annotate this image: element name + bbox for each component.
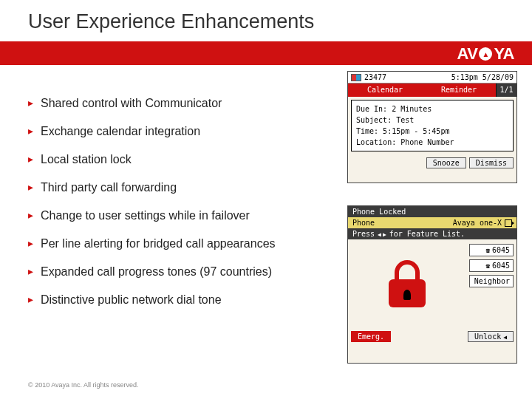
network-icon [351,74,361,81]
list-item: Local station lock [28,152,324,167]
line-button[interactable]: 6045 [469,259,514,272]
line-label: Neighbor [474,277,510,285]
appbar-right: Avaya one-X [453,219,502,227]
phone-calendar-screenshot: 23477 5:13pm 5/28/09 Calendar Reminder 1… [347,71,517,183]
dismiss-button[interactable]: Dismiss [469,157,514,168]
slide: User Experience Enhancements AV YA Share… [0,0,532,399]
avaya-logo: AV YA [457,44,514,64]
softkey-row: Emerg. Unlock [348,328,516,345]
logo-text-left: AV [457,44,478,64]
unlock-label: Unlock [474,332,501,341]
list-item: Distinctive public network dial tone [28,293,324,307]
phone-icon [485,262,489,270]
list-item-text: Change to user settings while in failove… [41,208,250,223]
snooze-button[interactable]: Snooze [426,157,466,168]
list-item-text: Per line alerting for bridged call appea… [41,236,276,251]
logo-text-right: YA [494,44,514,64]
softkey-row: Snooze Dismiss [348,154,516,171]
reminder-subject: Subject: Test [356,115,508,126]
list-item: Shared control with Communicator [28,96,324,111]
feature-hint: Press for Feature List. [348,228,516,239]
reminder-due: Due In: 2 Minutes [356,103,508,115]
list-item-text: Expanded call progress tones (97 countri… [41,265,272,279]
list-item-text: Third party call forwarding [41,180,177,195]
list-item: Expanded call progress tones (97 countri… [28,265,324,279]
list-item: Change to user settings while in failove… [28,208,324,223]
status-bar: 23477 5:13pm 5/28/09 [348,72,516,83]
extension-number: 23477 [364,73,386,81]
left-right-arrow-icon [378,230,386,238]
lock-body: 6045 6045 Neighbor [348,239,516,328]
logo-red-triangle-icon [479,47,492,61]
phone-icon [485,246,489,254]
page-title: User Experience Enhancements [28,10,314,33]
line-label: 6045 [492,262,510,270]
padlock-icon [387,260,427,307]
list-item-text: Exchange calendar integration [41,124,200,139]
tab-calendar[interactable]: Calendar [348,83,422,97]
tab-reminder[interactable]: Reminder [422,83,496,97]
clock-text: 5:13pm 5/28/09 [451,73,514,81]
tab-count: 1/1 [496,83,516,97]
line-label: 6045 [492,246,510,254]
list-item: Third party call forwarding [28,180,324,195]
emergency-button[interactable]: Emerg. [351,331,391,342]
list-item-text: Local station lock [41,152,132,167]
reminder-time: Time: 5:15pm - 5:45pm [356,126,508,137]
lock-graphic-area [348,239,466,328]
header-accent-bar [0,41,532,65]
list-item: Per line alerting for bridged call appea… [28,236,324,251]
chevron-left-icon [501,332,507,341]
line-button[interactable]: Neighbor [469,275,514,287]
line-buttons: 6045 6045 Neighbor [466,239,516,328]
copyright-footer: © 2010 Avaya Inc. All rights reserved. [28,381,139,389]
hint-suffix: for Feature List. [389,230,465,238]
unlock-button[interactable]: Unlock [468,331,514,342]
line-button[interactable]: 6045 [469,244,514,256]
list-item-text: Shared control with Communicator [41,96,222,111]
list-item: Exchange calendar integration [28,124,324,139]
appbar-left: Phone [352,219,375,227]
speaker-icon [505,219,512,227]
bullet-list: Shared control with Communicator Exchang… [28,96,324,321]
app-bar: Phone Avaya one-X [348,217,516,228]
header: User Experience Enhancements AV YA [0,0,532,65]
locked-title: Phone Locked [348,206,516,217]
hint-prefix: Press [352,230,375,238]
reminder-location: Location: Phone Number [356,137,508,148]
phone-locked-screenshot: Phone Locked Phone Avaya one-X Press for… [347,205,517,364]
list-item-text: Distinctive public network dial tone [41,293,222,307]
reminder-panel: Due In: 2 Minutes Subject: Test Time: 5:… [351,100,514,151]
tab-row: Calendar Reminder 1/1 [348,83,516,97]
